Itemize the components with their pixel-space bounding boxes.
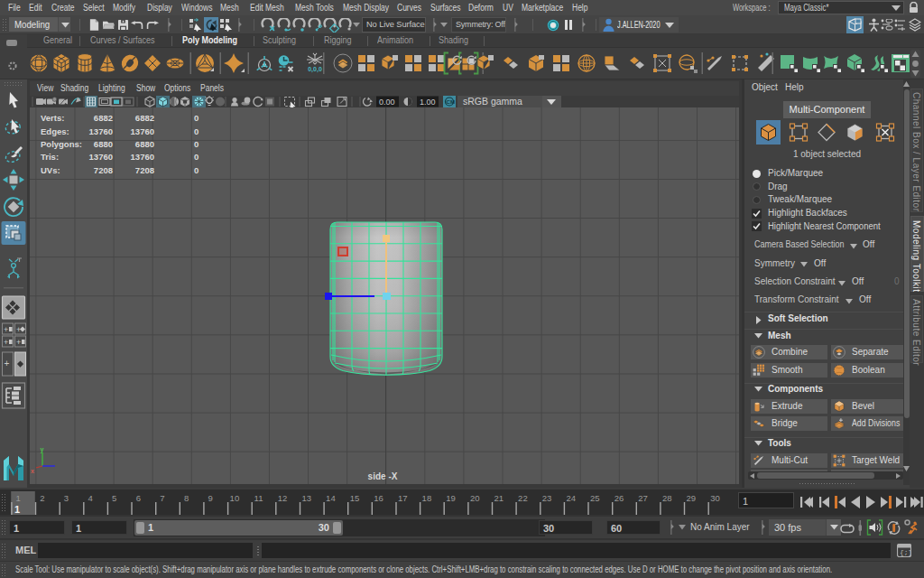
svg-text:9: 9: [208, 493, 213, 503]
svg-text:10: 10: [230, 493, 240, 503]
svg-text:12: 12: [278, 493, 288, 503]
svg-text:5: 5: [112, 493, 116, 503]
svg-text:22: 22: [518, 493, 528, 503]
svg-text:15: 15: [350, 493, 360, 503]
svg-text:2: 2: [40, 493, 44, 503]
svg-text:18: 18: [422, 493, 432, 503]
svg-text:0.00: 0.00: [379, 98, 395, 107]
svg-text:1: 1: [14, 504, 20, 515]
svg-text:sRGB gamma: sRGB gamma: [463, 96, 522, 107]
svg-text:1: 1: [16, 493, 21, 503]
svg-text:19: 19: [446, 493, 456, 503]
svg-text:17: 17: [398, 493, 408, 503]
svg-text:20: 20: [470, 493, 480, 503]
svg-text:21: 21: [494, 493, 504, 503]
svg-text:3: 3: [64, 493, 69, 503]
svg-text:4: 4: [88, 493, 92, 503]
svg-text:27: 27: [638, 493, 648, 503]
svg-text:11: 11: [254, 493, 263, 503]
svg-text:16: 16: [374, 493, 383, 503]
svg-text:+: +: [4, 325, 8, 334]
svg-text:{;}: {;}: [900, 548, 911, 556]
svg-text:+: +: [16, 338, 21, 347]
svg-text:x: x: [31, 468, 34, 474]
svg-text:26: 26: [614, 493, 624, 503]
svg-text:24: 24: [566, 493, 576, 503]
svg-text:25: 25: [590, 493, 600, 503]
svg-text:6: 6: [136, 493, 141, 503]
svg-text:30: 30: [710, 493, 720, 503]
svg-text:29: 29: [687, 493, 697, 503]
svg-text:13: 13: [302, 493, 312, 503]
svg-text:CM: CM: [447, 99, 455, 105]
svg-text:23: 23: [542, 493, 552, 503]
svg-text:28: 28: [662, 493, 672, 503]
svg-text:1.00: 1.00: [420, 98, 436, 107]
svg-text:7: 7: [160, 493, 164, 503]
svg-text:14: 14: [326, 493, 336, 503]
svg-text:+: +: [4, 338, 8, 347]
svg-text:y: y: [41, 447, 44, 453]
svg-text:+: +: [5, 359, 10, 368]
svg-text:8: 8: [184, 493, 189, 503]
